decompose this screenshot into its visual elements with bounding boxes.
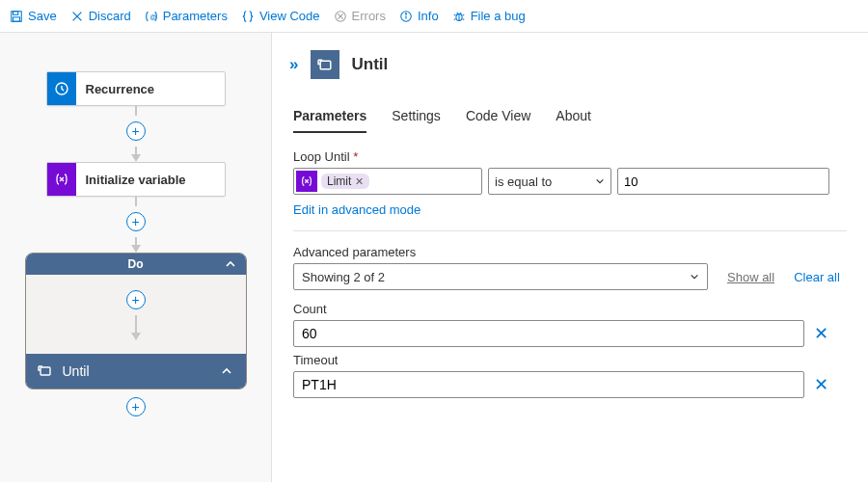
operator-select[interactable]: is equal to <box>488 168 611 195</box>
parameters-label: Parameters <box>163 9 228 23</box>
variable-icon <box>47 163 76 196</box>
collapse-panel-button[interactable]: » <box>289 55 295 74</box>
svg-rect-2 <box>14 16 20 20</box>
timeout-label: Timeout <box>293 353 847 367</box>
svg-line-16 <box>453 18 455 19</box>
file-bug-button[interactable]: File a bug <box>452 9 526 23</box>
count-label: Count <box>293 302 847 316</box>
svg-line-17 <box>462 18 464 19</box>
advanced-params-value: Showing 2 of 2 <box>302 270 385 284</box>
parameters-button[interactable]: @ Parameters <box>145 9 228 23</box>
view-code-button[interactable]: View Code <box>241 9 320 23</box>
discard-label: Discard <box>89 9 131 23</box>
add-step-button[interactable]: + <box>126 212 146 231</box>
add-step-button[interactable]: + <box>126 121 146 141</box>
save-button[interactable]: Save <box>10 9 57 23</box>
panel-tabs: Parameters Settings Code View About <box>272 100 868 134</box>
arrow-down-icon <box>131 333 141 340</box>
clock-icon <box>47 72 76 105</box>
edit-advanced-link[interactable]: Edit in advanced mode <box>293 195 420 230</box>
clear-all-link[interactable]: Clear all <box>794 270 840 284</box>
initialize-variable-node[interactable]: Initialize variable <box>46 162 226 197</box>
svg-line-14 <box>453 14 455 15</box>
do-header[interactable]: Do <box>26 254 246 275</box>
timeout-input[interactable] <box>293 371 804 398</box>
panel-title: Until <box>351 55 388 74</box>
svg-rect-19 <box>41 367 50 375</box>
info-button[interactable]: Info <box>399 9 439 23</box>
init-var-label: Initialize variable <box>76 173 186 187</box>
parameters-icon: @ <box>145 10 158 23</box>
errors-button: Errors <box>334 9 386 23</box>
error-icon <box>334 10 347 23</box>
toolbar: Save Discard @ Parameters View Code Erro… <box>0 0 868 33</box>
show-all-link[interactable]: Show all <box>727 270 774 284</box>
recurrence-label: Recurrence <box>76 82 155 96</box>
save-label: Save <box>28 9 57 23</box>
designer-canvas: Recurrence + Initialize variable + Do + <box>0 33 272 482</box>
until-footer[interactable]: Until <box>26 354 246 388</box>
close-icon <box>70 10 84 23</box>
svg-line-15 <box>462 14 464 15</box>
remove-chip-icon[interactable]: ✕ <box>355 175 364 188</box>
info-icon <box>399 10 413 23</box>
errors-label: Errors <box>352 9 386 23</box>
braces-icon <box>241 10 255 23</box>
loop-icon <box>38 363 53 379</box>
chevron-down-icon <box>595 176 605 186</box>
chevron-up-icon <box>225 258 236 270</box>
loop-until-label: Loop Until * <box>293 149 847 164</box>
svg-point-11 <box>405 13 406 13</box>
clear-timeout-button[interactable]: ✕ <box>814 376 828 393</box>
tab-parameters[interactable]: Parameters <box>293 100 366 133</box>
until-badge-icon <box>311 50 339 79</box>
file-bug-label: File a bug <box>471 9 526 23</box>
loop-until-value-input[interactable] <box>617 168 829 195</box>
advanced-params-label: Advanced parameters <box>293 245 847 259</box>
view-code-label: View Code <box>259 9 320 23</box>
variable-icon <box>296 171 317 192</box>
loop-until-left-input[interactable]: Limit✕ <box>293 168 482 195</box>
advanced-params-select[interactable]: Showing 2 of 2 <box>293 263 708 290</box>
bug-icon <box>452 10 466 23</box>
clear-count-button[interactable]: ✕ <box>814 325 828 342</box>
add-step-button[interactable]: + <box>126 397 146 416</box>
svg-rect-1 <box>14 11 18 14</box>
arrow-down-icon <box>131 154 141 162</box>
limit-chip[interactable]: Limit✕ <box>321 174 369 189</box>
svg-rect-20 <box>320 61 331 69</box>
recurrence-node[interactable]: Recurrence <box>46 71 226 106</box>
add-step-button[interactable]: + <box>126 290 146 309</box>
until-scope[interactable]: Do + Until <box>25 253 247 389</box>
operator-value: is equal to <box>495 174 552 189</box>
details-panel: » Until Parameters Settings Code View Ab… <box>272 33 868 482</box>
count-input[interactable] <box>293 320 804 347</box>
tab-about[interactable]: About <box>556 100 591 133</box>
tab-code-view[interactable]: Code View <box>466 100 530 133</box>
until-label: Until <box>63 363 90 379</box>
tab-settings[interactable]: Settings <box>392 100 441 133</box>
arrow-down-icon <box>131 245 141 253</box>
chevron-down-icon <box>690 272 699 281</box>
save-icon <box>10 10 23 23</box>
discard-button[interactable]: Discard <box>70 9 131 23</box>
do-label: Do <box>128 257 144 271</box>
info-label: Info <box>418 9 439 23</box>
chevron-up-icon <box>221 365 232 377</box>
svg-text:@: @ <box>149 13 156 19</box>
